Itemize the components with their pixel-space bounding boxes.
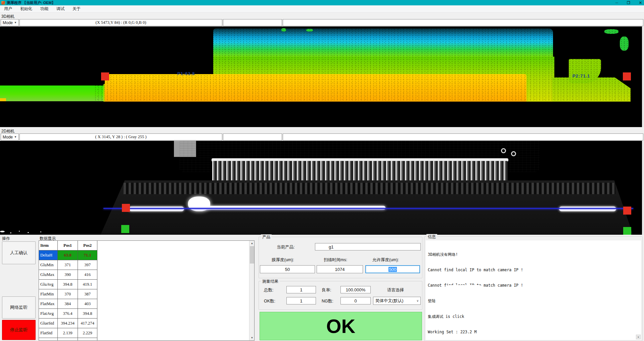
total-input[interactable]: 1	[286, 286, 316, 293]
film-thickness-input[interactable]: 50	[260, 265, 315, 273]
glue-bead-left	[129, 207, 184, 211]
heightmap-speck	[281, 28, 286, 32]
current-product-label: 当前产品:	[277, 244, 294, 250]
log-line: 3D相机没有网络!	[428, 252, 586, 257]
glue-bead-right	[559, 207, 616, 211]
heightmap-corner	[0, 98, 6, 101]
annotation-p2: P2:71.1	[572, 73, 590, 78]
yield-label: 良率:	[322, 287, 331, 293]
app-window: 测厚程序 【当前用户: OEM】 ─ ❐ ✕ 用户 初始化 功能 调试 关于 3…	[0, 0, 644, 341]
info-groupbox: 信息 3D相机没有网络! Cannot find local IP to mat…	[424, 236, 643, 341]
speckle	[0, 231, 5, 232]
info-title: 信息	[426, 234, 437, 240]
table-row-flatavg[interactable]: FlatAvg 376.4 394.8	[39, 309, 97, 319]
info-log[interactable]: 3D相机没有网络! Cannot find local IP to match …	[426, 240, 641, 340]
log-scroll-down-icon[interactable]: ▼	[636, 335, 641, 339]
table-row-flatmax[interactable]: FlatMax 384 403	[39, 299, 97, 309]
scroll-down-icon[interactable]: ▼	[249, 335, 255, 340]
product-title: 产品	[261, 234, 272, 240]
selected-text: 500	[388, 267, 397, 272]
verdict-panel: OK	[260, 312, 422, 340]
current-product-input[interactable]: g1	[315, 243, 421, 250]
reference-cross-left	[121, 225, 129, 233]
speckle	[10, 232, 11, 233]
table-row-flatmin[interactable]: FlatMin 370 387	[39, 289, 97, 299]
speckle	[28, 232, 29, 233]
log-line: Working Set : 223.2 M	[428, 330, 586, 335]
allow-thickness-input[interactable]: 500	[365, 265, 420, 273]
camera3d-statusbox-3	[283, 19, 643, 26]
camera2d-mode-button[interactable]: Mode ▼	[1, 133, 19, 140]
yield-input[interactable]: 100.000%	[340, 286, 371, 293]
menu-function[interactable]: 功能	[36, 5, 52, 13]
table-row-flatstd[interactable]: FlatStd 2.139 2.229	[39, 328, 97, 338]
table-row-gluavg[interactable]: GluAvg 394.8 419.1	[39, 280, 97, 289]
measure-line	[103, 208, 633, 209]
log-line: Cannot find local IP to match camera IP …	[428, 268, 586, 273]
product-groupbox: 产品 当前产品: g1 膜厚度(um): 扫描时间ms: 允许厚度(um): 5…	[259, 237, 422, 278]
camera3d-statusbox-2	[223, 19, 282, 26]
col-pos1: Pos1	[58, 241, 78, 250]
table-scrollbar[interactable]: ▲ ▼	[249, 241, 254, 340]
minimize-icon[interactable]: ─	[615, 0, 618, 5]
camera3d-toolbar: Mode ▼ (X 5473,Y 84) : (R 0,G 0,B 0)	[0, 19, 644, 26]
camera3d-mode-button[interactable]: Mode ▼	[1, 19, 19, 26]
chevron-down-icon: ▼	[14, 21, 17, 24]
table-row-x[interactable]: X 2503.5 7966.7	[39, 338, 97, 341]
total-label: 总数:	[264, 287, 273, 293]
heightmap-speck	[604, 29, 618, 34]
scan-time-input[interactable]: 1074	[317, 265, 363, 273]
measure-cross-left	[122, 204, 130, 212]
col-pos2: Pos2	[78, 241, 97, 250]
log-line: Cannot find local IP to match camera IP …	[428, 283, 586, 288]
base-pad-band	[124, 183, 615, 194]
annotation-p1: P1:63.8	[177, 71, 195, 76]
data-table: Item Pos1 Pos2 DeltaH 63.8 71.1 GluMin 3…	[39, 240, 255, 341]
heightmap-left-strip	[0, 86, 103, 101]
verdict-text: OK	[326, 315, 356, 337]
window-title: 测厚程序 【当前用户: OEM】	[7, 0, 55, 5]
scan-time-label: 扫描时间ms:	[324, 257, 347, 263]
ng-count-input[interactable]: 0	[340, 297, 371, 304]
ok-count-input[interactable]: 1	[286, 297, 316, 304]
camera2d-statusbox-2	[223, 133, 282, 140]
table-row-glumin[interactable]: GluMin 371 397	[39, 260, 97, 270]
menu-initialize[interactable]: 初始化	[16, 5, 36, 13]
scrollbar-thumb[interactable]	[250, 246, 254, 264]
menu-about[interactable]: 关于	[68, 5, 85, 13]
app-icon	[1, 1, 5, 5]
camera2d-toolbar: Mode ▼ ( X 3145, Y 28 ) : ( Gray 255 )	[0, 133, 644, 141]
language-label: 语言选择	[387, 287, 404, 293]
scroll-up-icon[interactable]: ▲	[249, 241, 255, 246]
camera2d-pixel-readout: ( X 3145, Y 28 ) : ( Gray 255 )	[19, 133, 222, 140]
menu-debug[interactable]: 调试	[52, 5, 68, 13]
title-bar: 测厚程序 【当前用户: OEM】 ─ ❐ ✕	[0, 0, 644, 5]
chevron-down-icon: ∨	[416, 299, 419, 302]
pcb-ring-pad	[511, 151, 516, 156]
camera3d-view[interactable]: P1:63.8 P2:71.1	[0, 26, 644, 127]
table-row-deltah[interactable]: DeltaH 63.8 71.1	[39, 250, 97, 260]
log-line: 登陆 is click	[428, 298, 586, 303]
network-listen-button[interactable]: 网络监听	[2, 296, 36, 319]
table-row-gluestd[interactable]: GlueStd 394.234 417.274	[39, 319, 97, 328]
maximize-icon[interactable]: ❐	[627, 0, 630, 5]
manual-confirm-button[interactable]: 人工确认	[2, 241, 36, 264]
operations-title: 操作	[2, 236, 10, 241]
menu-user[interactable]: 用户	[0, 5, 16, 13]
film-thickness-label: 膜厚度(um):	[272, 257, 294, 263]
table-row-glumax[interactable]: GluMax 390 416	[39, 270, 97, 280]
camera2d-view[interactable]	[0, 141, 644, 235]
reference-cross-right	[623, 227, 631, 235]
chevron-down-icon: ▼	[14, 135, 17, 138]
ok-count-label: OK数:	[264, 298, 275, 304]
close-icon[interactable]: ✕	[639, 0, 642, 5]
stop-listen-button[interactable]: 停止监听	[2, 320, 36, 340]
heightmap-top-band	[213, 29, 553, 58]
camera3d-pixel-readout: (X 5473,Y 84) : (R 0,G 0,B 0)	[19, 19, 222, 26]
heightmap-yellow-slab	[105, 74, 526, 102]
language-select[interactable]: 简体中文(默认) ∨	[373, 297, 421, 305]
pcb-ring-pad	[501, 148, 506, 153]
measure-cross-p1	[101, 72, 109, 80]
col-item: Item	[39, 241, 58, 250]
ng-count-label: NG数:	[322, 298, 333, 304]
